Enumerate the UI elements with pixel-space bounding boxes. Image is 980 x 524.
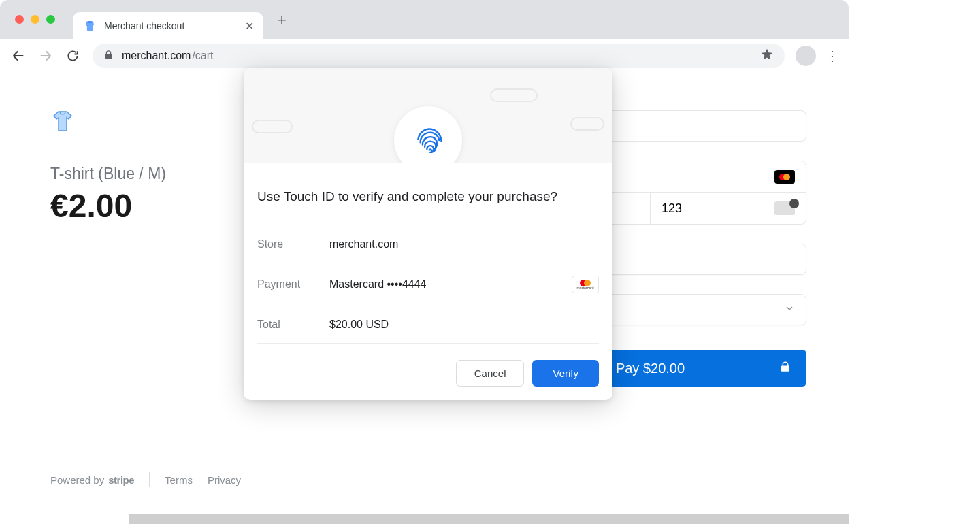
payment-value: Mastercard ••••4444: [329, 278, 426, 291]
tab-favicon-icon: [82, 18, 97, 33]
total-label: Total: [257, 318, 329, 331]
tab-title: Merchant checkout: [104, 20, 238, 31]
browser-toolbar: merchant.com/cart ⋮: [0, 39, 849, 72]
dialog-actions: Cancel Verify: [257, 360, 599, 387]
address-bar[interactable]: merchant.com/cart: [93, 44, 785, 68]
mastercard-tag-icon: mastercard: [572, 276, 599, 293]
decorative-cloud-icon: [570, 117, 604, 131]
new-tab-button[interactable]: ＋: [272, 10, 292, 30]
window-close-button[interactable]: [15, 15, 24, 24]
card-cvc-value: 123: [662, 201, 682, 216]
profile-avatar[interactable]: [796, 46, 816, 66]
page-footer: Powered by stripe Terms Privacy: [50, 472, 429, 487]
tab-close-icon[interactable]: ✕: [245, 20, 254, 33]
window-minimize-button[interactable]: [31, 15, 39, 24]
lock-icon: [779, 361, 791, 376]
window-zoom-button[interactable]: [46, 15, 55, 24]
footer-privacy-link[interactable]: Privacy: [208, 474, 241, 486]
nav-back-button[interactable]: [7, 44, 30, 67]
mastercard-badge-icon: [774, 170, 795, 184]
nav-forward-button[interactable]: [34, 44, 57, 67]
decorative-cloud-icon: [490, 88, 538, 102]
total-value: $20.00 USD: [329, 318, 389, 331]
decorative-cloud-icon: [252, 120, 293, 133]
dialog-body: Use Touch ID to verify and complete your…: [244, 163, 612, 400]
stripe-logo: stripe: [108, 474, 134, 486]
dialog-header: [244, 68, 612, 163]
horizontal-scrollbar[interactable]: [129, 514, 849, 524]
nav-reload-button[interactable]: [61, 44, 84, 67]
card-cvc-field[interactable]: 123: [651, 193, 806, 224]
secure-lock-icon: [103, 50, 114, 63]
product-icon: [50, 110, 74, 131]
url-path: /cart: [192, 50, 213, 62]
store-label: Store: [257, 238, 329, 250]
powered-by-label: Powered by: [50, 474, 104, 486]
footer-terms-link[interactable]: Terms: [165, 474, 193, 486]
url-host: merchant.com: [122, 50, 191, 62]
dialog-row-total: Total $20.00 USD: [257, 306, 599, 344]
browser-menu-icon[interactable]: ⋮: [823, 48, 842, 64]
cvc-hint-icon: [774, 201, 795, 215]
dialog-row-payment: Payment Mastercard ••••4444 mastercard: [257, 263, 599, 306]
footer-divider: [149, 472, 150, 487]
tab-strip: Merchant checkout ✕ ＋: [0, 0, 849, 39]
verify-button[interactable]: Verify: [532, 360, 599, 387]
dialog-prompt: Use Touch ID to verify and complete your…: [257, 189, 599, 204]
dialog-row-store: Store merchant.com: [257, 226, 599, 263]
payment-label: Payment: [257, 278, 329, 291]
touch-id-dialog: Use Touch ID to verify and complete your…: [244, 68, 612, 400]
cancel-button[interactable]: Cancel: [456, 360, 525, 387]
window-controls: [15, 5, 55, 33]
pay-button-label: Pay $20.00: [616, 361, 685, 376]
bookmark-star-icon[interactable]: [760, 48, 774, 64]
store-value: merchant.com: [329, 238, 398, 250]
browser-tab[interactable]: Merchant checkout ✕: [73, 12, 263, 39]
browser-window: Merchant checkout ✕ ＋ merchant.com/cart …: [0, 0, 849, 524]
chevron-down-icon: [784, 303, 795, 317]
